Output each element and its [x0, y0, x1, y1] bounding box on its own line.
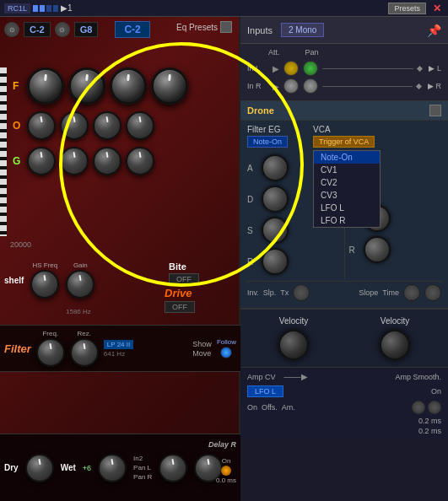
- velocity-knob-1[interactable]: [278, 330, 309, 360]
- dropdown-item-lfo-r[interactable]: LFO R: [314, 214, 380, 227]
- presets-button[interactable]: Presets: [388, 3, 426, 14]
- small-circle-2[interactable]: [428, 401, 441, 414]
- arrow-in-l: ▶: [273, 64, 279, 73]
- knob-g2[interactable]: [60, 147, 89, 175]
- on-offs-am-row: On Offs. Am.: [247, 401, 441, 414]
- follow-indicator[interactable]: [220, 347, 232, 358]
- knob-g4[interactable]: [126, 147, 154, 175]
- eg-vca-section: Filter EG Note-On VCA Trigger of VCA Not…: [240, 121, 448, 309]
- right-panel-inner: Inputs 2 Mono 📌 Att. Pan In L ▶ ▶ L In R…: [240, 17, 448, 501]
- out-r-label: ▶ R: [428, 82, 441, 90]
- lfo-l-button[interactable]: LFO L: [247, 385, 283, 397]
- filter-eg-label: Filter EG: [247, 125, 288, 134]
- am-sm-label: Am.: [282, 403, 295, 412]
- pan-r-label: Pan R: [133, 473, 152, 481]
- att-l-knob[interactable]: [283, 61, 299, 76]
- time-dial[interactable]: [424, 284, 441, 301]
- ms-values: 0.2 ms 0.2 ms: [247, 417, 441, 435]
- s-knob-left[interactable]: [262, 217, 289, 244]
- lp-badge[interactable]: LP 24 II: [104, 340, 133, 349]
- in-l-row: In L ▶ ▶ L: [247, 61, 441, 76]
- mix-point: [417, 65, 423, 71]
- pan-l-knob[interactable]: [159, 454, 187, 482]
- in2-pan-section: In2 Pan L Pan R: [133, 455, 152, 481]
- knob-g1[interactable]: [27, 147, 56, 175]
- right-panel: Inputs 2 Mono 📌 Att. Pan In L ▶ ▶ L In R…: [240, 0, 448, 501]
- gain-control: Gain: [66, 261, 94, 299]
- drive-label: Drive: [165, 287, 192, 299]
- pin-icon[interactable]: 📌: [427, 24, 441, 37]
- amp-cv-row: Amp CV ——▶ Amp Smooth.: [247, 372, 441, 381]
- att-r-knob[interactable]: [283, 78, 299, 94]
- inv-label: Inv.: [247, 288, 259, 297]
- dry-knob[interactable]: [25, 454, 54, 482]
- eq-icon[interactable]: [220, 21, 232, 33]
- in2-label: In2: [133, 455, 152, 462]
- knob-o2[interactable]: [60, 111, 89, 140]
- velocity-knob-2[interactable]: [380, 330, 410, 360]
- trigger-dropdown: Note-On CV1 CV2 CV3 LFO L LFO R: [313, 150, 381, 228]
- att-label: Att.: [268, 48, 280, 57]
- move-label: Move: [192, 349, 212, 358]
- r-knob-right[interactable]: [364, 236, 391, 263]
- knob-row-f: F: [0, 67, 240, 105]
- wet-knob[interactable]: [98, 454, 127, 482]
- small-circles: [412, 401, 441, 414]
- gain-knob[interactable]: [66, 270, 94, 299]
- r-knob-left[interactable]: [262, 248, 289, 275]
- dropdown-item-cv2[interactable]: CV2: [314, 176, 380, 189]
- note-display-main[interactable]: C-2: [115, 21, 149, 38]
- d-knob-left[interactable]: [262, 186, 289, 213]
- close-button[interactable]: ✕: [430, 3, 444, 14]
- knob-o4[interactable]: [126, 111, 154, 140]
- amp-smooth-label: Amp Smooth.: [395, 373, 441, 381]
- adsr-r-row-left: R: [247, 248, 340, 275]
- dropdown-item-note-on[interactable]: Note-On: [314, 151, 380, 164]
- mono-button[interactable]: 2 Mono: [281, 23, 324, 37]
- time-label: Time: [382, 288, 399, 297]
- a-knob-left[interactable]: [262, 154, 289, 181]
- drone-bar: Drone: [240, 101, 448, 121]
- on-text: On: [222, 457, 231, 465]
- hs-freq-knob[interactable]: [30, 270, 59, 299]
- slope-dial[interactable]: [403, 284, 420, 301]
- slope-time: Slope Time: [359, 284, 441, 301]
- knob-g3[interactable]: [93, 147, 121, 175]
- rez-knob[interactable]: [70, 338, 99, 367]
- top-bar-right: Presets ✕: [388, 3, 444, 14]
- dropdown-item-cv3[interactable]: CV3: [314, 189, 380, 202]
- pan-l-knob-r[interactable]: [303, 61, 318, 76]
- dropdown-item-lfo-l[interactable]: LFO L: [314, 202, 380, 214]
- eq-presets-label: Eq Presets: [176, 23, 218, 32]
- on-dot[interactable]: [221, 466, 231, 476]
- drive-off-btn[interactable]: OFF: [165, 301, 195, 313]
- small-circle-1[interactable]: [412, 401, 425, 414]
- knob-f3[interactable]: [110, 67, 147, 105]
- freq-control: Freq.: [36, 330, 65, 367]
- knob-f1[interactable]: [27, 67, 64, 105]
- amp-cv-section: Amp CV ——▶ Amp Smooth. LFO L On On Offs.…: [240, 367, 448, 439]
- piano-keys: [0, 67, 7, 236]
- adsr-r-row-right: R: [349, 236, 442, 263]
- knob-f2[interactable]: [68, 67, 105, 105]
- row-letter-f: F: [13, 80, 23, 92]
- note-on-button[interactable]: Note-On: [247, 136, 288, 148]
- drone-icon[interactable]: [429, 105, 441, 116]
- knob-o1[interactable]: [27, 111, 56, 140]
- trigger-vca-button[interactable]: Trigger of VCA: [313, 136, 375, 148]
- bite-off-btn[interactable]: OFF: [169, 273, 199, 285]
- knob-f4[interactable]: [151, 67, 188, 105]
- inv-dial[interactable]: [293, 284, 310, 301]
- freq-hz-display: 1586 Hz: [66, 308, 91, 315]
- drive-section: Drive OFF: [165, 287, 195, 313]
- top-bar: RC1L ▶1 Presets ✕: [0, 0, 448, 17]
- left-panel: ⊙ C-2 ⊙ G8 C-2 Eq Presets F O: [0, 0, 240, 501]
- dropdown-item-cv1[interactable]: CV1: [314, 164, 380, 176]
- a-label-l: A: [247, 164, 257, 173]
- knob-o3[interactable]: [93, 111, 121, 140]
- filter-hz: 641 Hz: [104, 350, 133, 358]
- icon-circle-2: ⊙: [55, 22, 70, 37]
- freq-knob[interactable]: [36, 338, 65, 367]
- slope-label: Slope: [359, 288, 378, 297]
- pan-r-knob-r[interactable]: [303, 78, 318, 94]
